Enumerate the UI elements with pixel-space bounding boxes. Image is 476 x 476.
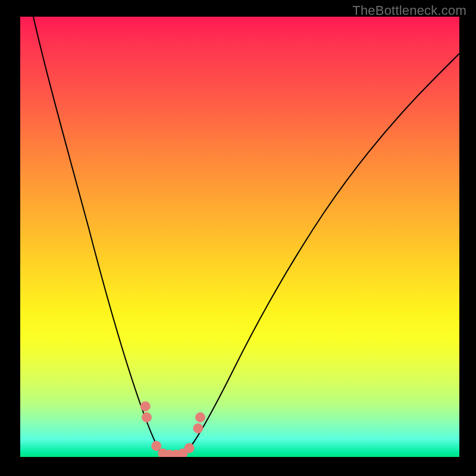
chart-frame: TheBottleneck.com [0,0,476,476]
chart-plot-area [20,17,459,457]
marker-dot [193,424,203,433]
bottleneck-curve-svg [20,17,459,457]
bottleneck-curve-path [33,17,459,457]
marker-dot [196,412,205,422]
marker-dot [184,443,194,453]
marker-dot [140,402,150,411]
marker-dot [152,441,161,451]
marker-dot [142,412,152,422]
watermark-text: TheBottleneck.com [352,3,466,18]
